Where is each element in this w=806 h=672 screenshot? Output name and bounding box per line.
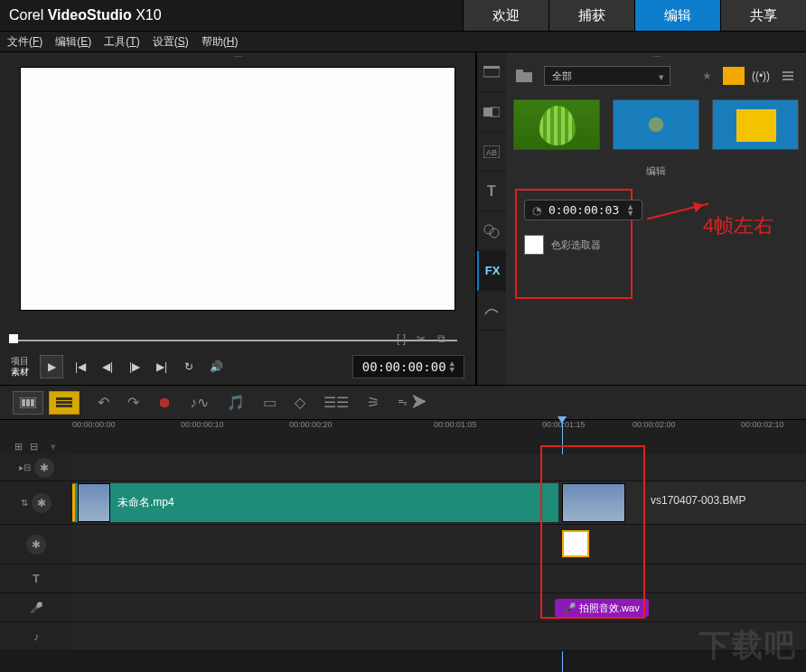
redo-button[interactable]: ↷ [127, 394, 139, 411]
timecode-spinner[interactable]: ▲▼ [450, 360, 455, 373]
lib-media-icon[interactable] [477, 52, 506, 92]
lib-graphic-icon[interactable] [477, 211, 506, 251]
audio-mixer-button[interactable]: ♪∿ [190, 394, 209, 411]
go-start-button[interactable]: |◀ [70, 357, 90, 377]
folder-icon[interactable] [513, 67, 535, 85]
main-row: [ ] ✂ ⧉ 项目 素材 ▶ |◀ ◀| |▶ ▶| ↻ 🔊 00:00:00… [0, 52, 806, 385]
volume-button[interactable]: 🔊 [206, 357, 226, 377]
lib-transition-icon[interactable] [477, 92, 506, 132]
ruler-tick: 00:00:02:10 [741, 420, 784, 429]
menu-tools[interactable]: 工具(T) [104, 34, 139, 50]
video-track-icon[interactable]: ✱ [34, 458, 54, 478]
track-collapse-icon[interactable]: ▸⊟ [19, 462, 31, 472]
svg-rect-1 [483, 66, 500, 69]
menu-bar: 文件(F) 编辑(E) 工具(T) 设置(S) 帮助(H) [0, 31, 806, 52]
multitrack-button[interactable]: ☰☰ [323, 394, 349, 411]
sound-icon[interactable]: ((•)) [750, 67, 772, 85]
thumbnail-item[interactable] [712, 99, 799, 150]
menu-edit[interactable]: 编辑(E) [55, 34, 91, 50]
motion-button[interactable]: ᯓ➤ [398, 395, 426, 411]
color-swatch[interactable] [524, 235, 544, 255]
chapter-button[interactable]: ◇ [295, 394, 305, 411]
zoom-out-button[interactable]: ⊟ [30, 441, 38, 453]
annotation-box [540, 445, 645, 619]
cut-icon[interactable]: ✂ [414, 332, 428, 345]
svg-rect-8 [516, 72, 532, 82]
ruler-tick: 00:00:02:00 [633, 420, 676, 429]
category-dropdown[interactable]: 全部 [544, 66, 670, 86]
music-track-icon[interactable]: ♪ [33, 630, 39, 643]
title-track-icon[interactable]: T [33, 573, 39, 585]
track-link-icon[interactable]: ⇅ [21, 498, 28, 508]
ruler-tick: 00:00:01:05 [434, 420, 477, 429]
mode-labels[interactable]: 项目 素材 [11, 356, 29, 378]
tab-share[interactable]: 共享 [720, 0, 806, 31]
svg-rect-13 [783, 79, 793, 80]
svg-rect-9 [516, 70, 523, 73]
lib-title-icon[interactable]: AB [477, 132, 506, 172]
duration-input[interactable]: ◔ 0:00:00:03 ▲▼ [524, 200, 642, 220]
brand-main: VideoStudio [48, 7, 132, 23]
timeline-toolbar: ↶ ↷ ⏺ ♪∿ 🎵 ▭ ◇ ☰☰ ⚞ ᯓ➤ [0, 386, 806, 420]
lib-fx-icon[interactable]: FX [477, 251, 506, 291]
menu-help[interactable]: 帮助(H) [202, 34, 239, 50]
timeline-clip[interactable]: 未命名.mp4 [72, 483, 558, 522]
tracks-container: ▸⊟✱ ⇅✱ 未命名.mp4 vs170407-003.BMP ✱ [0, 454, 806, 651]
library-toolbar: 全部 ★ ((•)) [506, 60, 806, 92]
voice-track-icon[interactable]: 🎤 [30, 602, 43, 614]
library-subheader: 编辑 [506, 159, 806, 183]
duration-spinner[interactable]: ▲▼ [626, 204, 634, 217]
thumbnail-item[interactable] [513, 99, 600, 150]
thumb-view-icon[interactable] [723, 67, 745, 85]
timeline-area: ↶ ↷ ⏺ ♪∿ 🎵 ▭ ◇ ☰☰ ⚞ ᯓ➤ 00:00:00:00 00:00… [0, 385, 806, 651]
thumbnail-item[interactable] [613, 99, 699, 150]
play-button[interactable]: ▶ [40, 355, 63, 378]
timeline-view-button[interactable] [49, 391, 80, 415]
undo-button[interactable]: ↶ [98, 394, 109, 411]
tab-welcome[interactable]: 欢迎 [463, 0, 548, 31]
ruler-tick: 00:00:00:20 [289, 420, 333, 429]
clip-thumbnail [78, 483, 110, 522]
mark-in-icon[interactable]: [ ] [394, 332, 408, 345]
lib-text-icon[interactable]: T [477, 172, 506, 211]
svg-rect-19 [56, 401, 72, 404]
zoom-in-button[interactable]: ⊞ [14, 441, 23, 453]
next-frame-button[interactable]: |▶ [125, 357, 145, 377]
svg-rect-15 [22, 399, 25, 406]
svg-rect-12 [783, 75, 793, 77]
list-view-icon[interactable] [777, 67, 799, 85]
subtitle-button[interactable]: ▭ [263, 394, 276, 411]
auto-music-button[interactable]: 🎵 [227, 394, 245, 411]
clip-label: 未命名.mp4 [117, 495, 174, 510]
go-end-button[interactable]: ▶| [152, 357, 172, 377]
record-button[interactable]: ⏺ [157, 395, 172, 411]
storyboard-view-button[interactable] [13, 391, 43, 415]
duration-value: 0:00:00:03 [548, 203, 619, 217]
expand-icon[interactable]: ⧉ [434, 332, 448, 345]
lib-grip[interactable] [506, 52, 806, 60]
preview-timecode[interactable]: 00:00:00:00 ▲▼ [352, 355, 464, 378]
clip-label: vs170407-003.BMP [651, 494, 745, 507]
track-manager-button[interactable]: ⚞ [367, 394, 380, 411]
scrub-bar[interactable]: [ ] ✂ ⧉ [9, 332, 457, 349]
app-logo: Corel VideoStudio X10 [9, 7, 162, 23]
prev-frame-button[interactable]: ◀| [98, 357, 117, 377]
preview-screen[interactable] [20, 67, 455, 311]
tab-edit[interactable]: 编辑 [634, 0, 720, 31]
favorite-icon[interactable]: ★ [696, 67, 717, 85]
overlay-track-icon[interactable]: ✱ [26, 535, 46, 555]
preview-wrap [0, 60, 475, 329]
brand-prefix: Corel [9, 7, 43, 23]
menu-settings[interactable]: 设置(S) [153, 34, 189, 50]
video-track-icon[interactable]: ✱ [32, 493, 52, 513]
timeline-ruler[interactable]: 00:00:00:00 00:00:00:10 00:00:00:20 00:0… [72, 420, 806, 438]
scrub-handle[interactable] [9, 334, 18, 343]
zoom-controls: ⊞ ⊟ ▾ [0, 438, 806, 454]
tab-capture[interactable]: 捕获 [548, 0, 634, 31]
menu-file[interactable]: 文件(F) [7, 34, 42, 50]
brand-suffix: X10 [136, 7, 161, 23]
pane-grip[interactable] [0, 52, 475, 60]
track-video-main: ⇅✱ 未命名.mp4 vs170407-003.BMP [0, 481, 806, 525]
lib-path-icon[interactable] [477, 291, 506, 331]
repeat-button[interactable]: ↻ [179, 357, 199, 377]
